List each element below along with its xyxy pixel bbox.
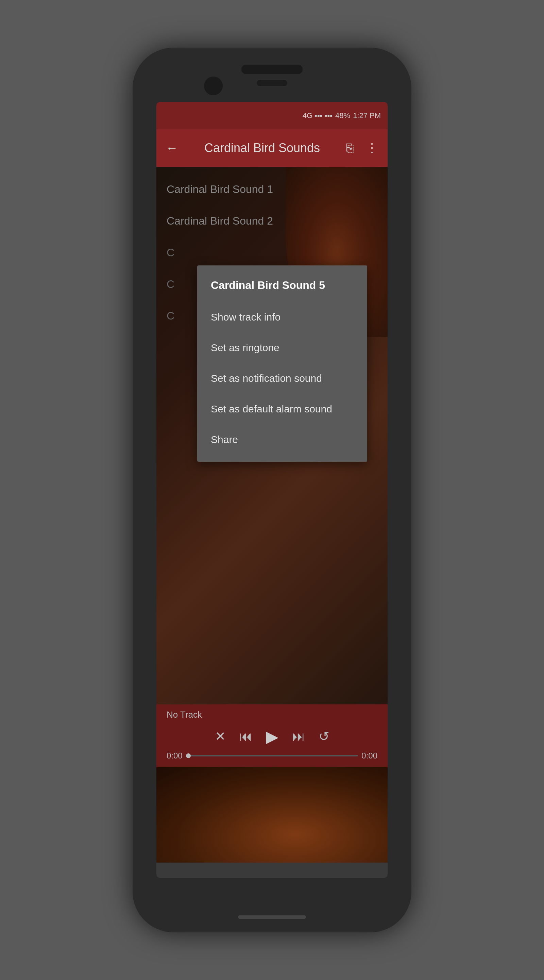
- app-bar-title: Cardinal Bird Sounds: [188, 141, 336, 155]
- front-sensor: [257, 80, 287, 86]
- context-menu-set-ringtone[interactable]: Set as ringtone: [197, 332, 367, 363]
- time-end: 0:00: [362, 751, 377, 760]
- bottom-image-overlay: [156, 767, 388, 862]
- repeat-button[interactable]: ↺: [319, 729, 330, 744]
- home-indicator[interactable]: [238, 915, 306, 919]
- phone-device: 4G ▪▪▪ ▪▪▪ 48% 1:27 PM ← Cardinal Bird S…: [133, 48, 411, 932]
- prev-button[interactable]: ⏮: [239, 729, 252, 744]
- context-menu-show-track-info[interactable]: Show track info: [197, 302, 367, 332]
- status-time: 1:27 PM: [353, 111, 381, 120]
- context-menu-title: Cardinal Bird Sound 5: [197, 272, 367, 302]
- more-options-button[interactable]: ⋮: [363, 138, 381, 158]
- front-camera: [204, 76, 223, 95]
- shuffle-button[interactable]: ✕: [215, 729, 226, 744]
- player-time-row: 0:00 0:00: [163, 749, 381, 762]
- context-menu: Cardinal Bird Sound 5 Show track info Se…: [197, 266, 367, 462]
- play-button[interactable]: ▶: [266, 727, 278, 746]
- share-button[interactable]: ⎘: [343, 138, 356, 158]
- time-start: 0:00: [167, 751, 182, 760]
- context-menu-set-notification[interactable]: Set as notification sound: [197, 363, 367, 394]
- context-menu-set-alarm[interactable]: Set as default alarm sound: [197, 394, 367, 424]
- progress-dot: [186, 753, 191, 758]
- status-bar: 4G ▪▪▪ ▪▪▪ 48% 1:27 PM: [156, 102, 388, 129]
- back-button[interactable]: ←: [163, 138, 181, 158]
- progress-bar[interactable]: [186, 755, 358, 756]
- status-signal: 4G ▪▪▪ ▪▪▪: [303, 111, 333, 120]
- player-track-label: No Track: [163, 710, 381, 720]
- earpiece-speaker: [241, 65, 303, 74]
- status-battery: 48%: [335, 111, 350, 120]
- next-button[interactable]: ⏭: [292, 729, 305, 744]
- player-controls: ✕ ⏮ ▶ ⏭ ↺: [163, 724, 381, 749]
- context-menu-share[interactable]: Share: [197, 424, 367, 455]
- bottom-image-area: [156, 767, 388, 862]
- player-bar: No Track ✕ ⏮ ▶ ⏭ ↺ 0:00 0:00: [156, 705, 388, 767]
- phone-screen: 4G ▪▪▪ ▪▪▪ 48% 1:27 PM ← Cardinal Bird S…: [156, 102, 388, 878]
- app-bar: ← Cardinal Bird Sounds ⎘ ⋮: [156, 129, 388, 167]
- song-list-area: Cardinal Bird Sound 1 Cardinal Bird Soun…: [156, 167, 388, 705]
